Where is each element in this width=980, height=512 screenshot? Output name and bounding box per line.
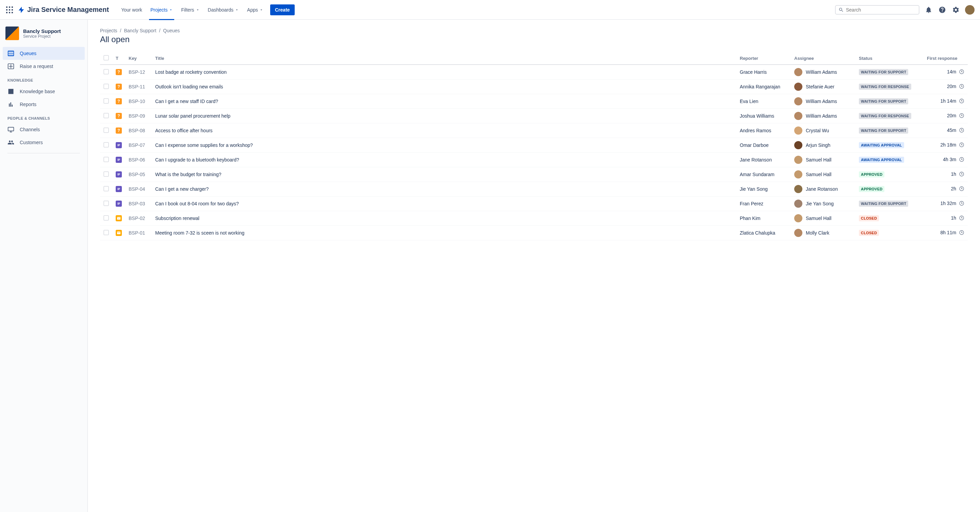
sidebar-item-queues[interactable]: Queues [3, 47, 85, 60]
issue-title[interactable]: What is the budget for training? [155, 172, 221, 177]
assignee-avatar[interactable] [794, 112, 802, 120]
assignee-avatar[interactable] [794, 68, 802, 76]
issue-title[interactable]: Meeting room 7-32 is sceen is not workin… [155, 230, 244, 236]
issue-key[interactable]: BSP-11 [129, 84, 145, 89]
issue-title[interactable]: Access to office after hours [155, 128, 213, 133]
row-checkbox[interactable] [103, 142, 109, 147]
status-badge[interactable]: WAITING FOR RESPONSE [859, 113, 911, 119]
status-badge[interactable]: WAITING FOR SUPPORT [859, 69, 908, 75]
col-assignee[interactable]: Assignee [791, 52, 856, 65]
sidebar-item-customers[interactable]: Customers [3, 136, 85, 149]
issue-title[interactable]: Outlook isn't loading new emails [155, 84, 223, 89]
row-checkbox[interactable] [103, 201, 109, 206]
assignee-avatar[interactable] [794, 156, 802, 164]
issue-title[interactable]: Subscription renewal [155, 216, 199, 221]
breadcrumb-current[interactable]: Queues [163, 28, 180, 33]
sidebar-item-reports[interactable]: Reports [3, 98, 85, 111]
issue-key[interactable]: BSP-06 [129, 157, 145, 163]
notifications-icon[interactable] [924, 5, 933, 14]
issue-title[interactable]: Can I get a new charger? [155, 186, 208, 192]
col-reporter[interactable]: Reporter [737, 52, 791, 65]
sidebar-item-knowledge-base[interactable]: Knowledge base [3, 85, 85, 98]
issue-key[interactable]: BSP-04 [129, 186, 145, 192]
assignee-avatar[interactable] [794, 185, 802, 193]
table-row[interactable]: BSP-06Can I upgrade to a bluetooth keybo… [100, 153, 968, 167]
nav-dashboards[interactable]: Dashboards [204, 0, 243, 20]
col-first-response[interactable]: First response [924, 52, 968, 65]
status-badge[interactable]: AWAITING APPROVAL [859, 157, 904, 163]
table-row[interactable]: ?BSP-09Lunar solar panel procurement hel… [100, 109, 968, 124]
table-row[interactable]: BSP-02Subscription renewalPhan KimSamuel… [100, 211, 968, 226]
status-badge[interactable]: CLOSED [859, 230, 879, 236]
nav-apps[interactable]: Apps [243, 0, 267, 20]
row-checkbox[interactable] [103, 215, 109, 220]
table-row[interactable]: ?BSP-10Can I get a new staff ID card?Eva… [100, 94, 968, 109]
product-logo[interactable]: Jira Service Management [18, 6, 109, 14]
nav-projects[interactable]: Projects [146, 0, 177, 20]
issue-title[interactable]: Can I upgrade to a bluetooth keyboard? [155, 157, 239, 163]
search-input[interactable] [846, 7, 916, 13]
table-row[interactable]: ?BSP-08Access to office after hoursAndre… [100, 124, 968, 138]
assignee-avatar[interactable] [794, 229, 802, 237]
table-row[interactable]: BSP-07Can I expense some supplies for a … [100, 138, 968, 153]
assignee-avatar[interactable] [794, 200, 802, 208]
table-row[interactable]: BSP-01Meeting room 7-32 is sceen is not … [100, 226, 968, 240]
table-row[interactable]: ?BSP-12Lost badge at rocketry convention… [100, 65, 968, 79]
nav-filters[interactable]: Filters [177, 0, 204, 20]
assignee-avatar[interactable] [794, 127, 802, 135]
row-checkbox[interactable] [103, 113, 109, 118]
col-type[interactable]: T [112, 52, 125, 65]
status-badge[interactable]: AWAITING APPROVAL [859, 142, 904, 148]
create-button[interactable]: Create [270, 5, 295, 15]
settings-icon[interactable] [951, 5, 960, 14]
status-badge[interactable]: APPROVED [859, 171, 885, 178]
nav-your-work[interactable]: Your work [117, 0, 146, 20]
col-status[interactable]: Status [856, 52, 924, 65]
status-badge[interactable]: WAITING FOR SUPPORT [859, 98, 908, 105]
issue-key[interactable]: BSP-01 [129, 230, 145, 236]
row-checkbox[interactable] [103, 84, 109, 89]
row-checkbox[interactable] [103, 171, 109, 177]
issue-key[interactable]: BSP-05 [129, 172, 145, 177]
issue-key[interactable]: BSP-07 [129, 143, 145, 148]
row-checkbox[interactable] [103, 230, 109, 235]
issue-title[interactable]: Lunar solar panel procurement help [155, 113, 231, 119]
table-row[interactable]: BSP-03Can I book out 8-04 room for two d… [100, 197, 968, 211]
assignee-avatar[interactable] [794, 170, 802, 179]
table-row[interactable]: ?BSP-11Outlook isn't loading new emailsA… [100, 79, 968, 94]
issue-key[interactable]: BSP-08 [129, 128, 145, 133]
status-badge[interactable]: WAITING FOR RESPONSE [859, 84, 911, 90]
assignee-avatar[interactable] [794, 214, 802, 222]
user-avatar[interactable] [965, 5, 975, 14]
issue-key[interactable]: BSP-10 [129, 98, 145, 104]
status-badge[interactable]: WAITING FOR SUPPORT [859, 201, 908, 207]
col-title[interactable]: Title [152, 52, 737, 65]
row-checkbox[interactable] [103, 127, 109, 133]
status-badge[interactable]: WAITING FOR SUPPORT [859, 127, 908, 134]
issue-title[interactable]: Lost badge at rocketry convention [155, 69, 227, 75]
issue-title[interactable]: Can I book out 8-04 room for two days? [155, 201, 239, 206]
table-row[interactable]: BSP-05What is the budget for training?Am… [100, 167, 968, 182]
breadcrumb-projects[interactable]: Projects [100, 28, 118, 33]
sidebar-item-raise-request[interactable]: Raise a request [3, 60, 85, 73]
row-checkbox[interactable] [103, 186, 109, 192]
table-row[interactable]: BSP-04Can I get a new charger?Jie Yan So… [100, 182, 968, 197]
help-icon[interactable] [938, 5, 947, 14]
row-checkbox[interactable] [103, 69, 109, 75]
issue-key[interactable]: BSP-12 [129, 69, 145, 75]
search-box[interactable] [835, 5, 920, 14]
breadcrumb-project[interactable]: Bancly Support [124, 28, 156, 33]
row-checkbox[interactable] [103, 157, 109, 162]
select-all-checkbox[interactable] [103, 55, 109, 60]
status-badge[interactable]: CLOSED [859, 215, 879, 221]
row-checkbox[interactable] [103, 98, 109, 104]
col-key[interactable]: Key [125, 52, 152, 65]
status-badge[interactable]: APPROVED [859, 186, 885, 192]
issue-key[interactable]: BSP-02 [129, 216, 145, 221]
sidebar-item-channels[interactable]: Channels [3, 123, 85, 136]
assignee-avatar[interactable] [794, 97, 802, 105]
assignee-avatar[interactable] [794, 141, 802, 149]
issue-title[interactable]: Can I get a new staff ID card? [155, 98, 218, 104]
app-switcher-icon[interactable] [5, 6, 14, 14]
issue-title[interactable]: Can I expense some supplies for a worksh… [155, 143, 253, 148]
